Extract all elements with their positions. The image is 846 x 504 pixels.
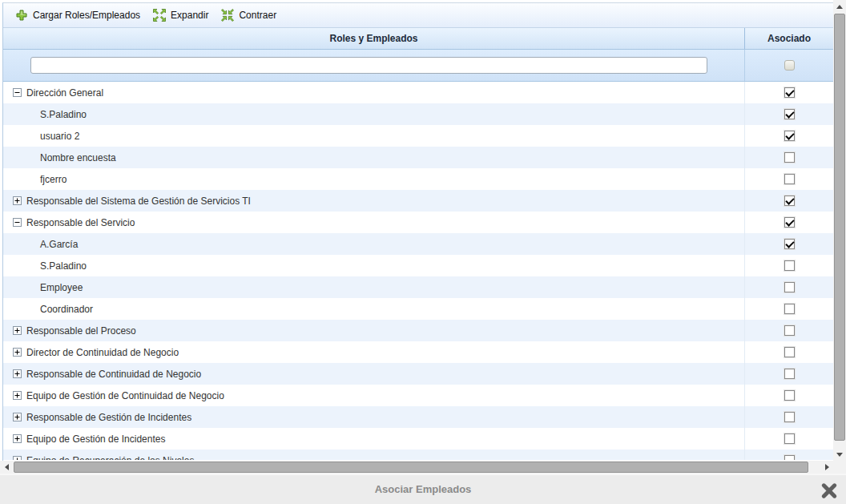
tree-cell: S.Paladino <box>3 255 745 276</box>
tree-row-role[interactable]: Responsable de Continuidad de Negocio <box>3 363 833 385</box>
tree-row-role[interactable]: Equipo de Gestión de Continuidad de Nego… <box>3 385 833 406</box>
tree-row-employee[interactable]: S.Paladino <box>3 103 833 125</box>
tree-cell: Responsable del Sistema de Gestión de Se… <box>3 190 745 212</box>
associated-cell <box>745 428 833 450</box>
expand-node-icon[interactable] <box>13 369 22 378</box>
tree-cell: Coordinador <box>3 298 745 320</box>
associated-checkbox[interactable] <box>784 369 795 379</box>
associated-checkbox[interactable] <box>784 239 795 249</box>
associated-checkbox[interactable] <box>784 109 795 119</box>
tree-row-role[interactable]: Director de Continuidad de Negocio <box>3 341 833 363</box>
select-all-checkbox <box>784 60 795 71</box>
associated-checkbox[interactable] <box>784 217 795 228</box>
expand-all-label: Expandir <box>171 10 208 21</box>
associate-employees-dialog: Cargar Roles/Empleados Expandir <box>0 0 846 504</box>
associated-checkbox[interactable] <box>784 152 795 163</box>
associated-checkbox[interactable] <box>784 325 795 336</box>
scroll-up-button[interactable] <box>833 0 846 13</box>
associated-cell <box>745 147 833 168</box>
arrows-out-icon <box>153 9 166 22</box>
horizontal-scrollbar-thumb[interactable] <box>14 462 808 473</box>
tree-row-role[interactable]: Responsable de Gestión de Incidentes <box>3 406 833 428</box>
row-label: Coordinador <box>40 304 93 315</box>
column-header-roles-empleados[interactable]: Roles y Empleados <box>3 28 745 49</box>
tree-row-role[interactable]: Equipo de Gestión de Incidentes <box>3 428 833 450</box>
expand-all-button[interactable]: Expandir <box>147 6 215 24</box>
associated-checkbox[interactable] <box>784 347 795 357</box>
up-arrow-icon <box>836 5 843 9</box>
expand-node-icon[interactable] <box>13 456 22 460</box>
tree-row-employee[interactable]: Employee <box>3 276 833 298</box>
collapse-all-button[interactable]: Contraer <box>215 6 283 24</box>
associated-cell <box>745 212 833 233</box>
tree-row-role[interactable]: Dirección General <box>3 82 833 103</box>
row-label: Director de Continuidad de Negocio <box>26 347 179 358</box>
collapse-node-icon[interactable] <box>13 218 22 227</box>
close-button[interactable] <box>821 482 837 498</box>
associated-checkbox[interactable] <box>784 455 795 460</box>
expand-node-icon[interactable] <box>13 391 22 400</box>
filter-input[interactable] <box>30 57 707 74</box>
associated-checkbox[interactable] <box>784 412 795 422</box>
left-arrow-icon <box>5 464 9 470</box>
toolbar: Cargar Roles/Empleados Expandir <box>3 3 833 28</box>
load-roles-employees-label: Cargar Roles/Empleados <box>33 10 140 21</box>
tree-row-role[interactable]: Responsable del Proceso <box>3 320 833 341</box>
scroll-right-button[interactable] <box>820 461 833 474</box>
scroll-left-button[interactable] <box>0 461 13 474</box>
associated-cell <box>745 406 833 428</box>
tree-row-role[interactable]: Equipo de Recuperación de los Niveles <box>3 450 833 460</box>
scroll-down-button[interactable] <box>833 448 846 461</box>
row-label: Equipo de Recuperación de los Niveles <box>26 455 194 461</box>
associated-cell <box>745 298 833 320</box>
associated-cell <box>745 276 833 298</box>
arrows-in-icon <box>221 9 234 22</box>
associated-checkbox[interactable] <box>784 174 795 184</box>
tree-row-employee[interactable]: S.Paladino <box>3 255 833 276</box>
row-label: S.Paladino <box>40 260 87 272</box>
associated-checkbox[interactable] <box>784 196 795 206</box>
dialog-content: Cargar Roles/Empleados Expandir <box>2 2 833 461</box>
horizontal-scrollbar[interactable] <box>0 461 833 474</box>
associated-cell <box>745 168 833 190</box>
expand-node-icon[interactable] <box>13 326 22 335</box>
tree-cell: Responsable de Continuidad de Negocio <box>3 363 745 385</box>
tree-row-employee[interactable]: A.García <box>3 233 833 255</box>
associated-checkbox[interactable] <box>784 390 795 401</box>
associated-cell <box>745 363 833 385</box>
collapse-node-icon[interactable] <box>13 88 22 97</box>
associated-checkbox[interactable] <box>784 87 795 98</box>
row-label: Responsable de Continuidad de Negocio <box>26 369 201 380</box>
tree-row-role[interactable]: Responsable del Servicio <box>3 212 833 233</box>
associated-cell <box>745 341 833 363</box>
associated-cell <box>745 190 833 212</box>
tree-row-employee[interactable]: Coordinador <box>3 298 833 320</box>
tree-row-employee[interactable]: usuario 2 <box>3 125 833 147</box>
associated-checkbox[interactable] <box>784 433 795 444</box>
load-roles-employees-button[interactable]: Cargar Roles/Empleados <box>9 6 147 24</box>
column-header-asociado[interactable]: Asociado <box>745 28 833 49</box>
tree-row-role[interactable]: Responsable del Sistema de Gestión de Se… <box>3 190 833 212</box>
associated-cell <box>745 450 833 460</box>
expand-node-icon[interactable] <box>13 196 22 205</box>
row-label: usuario 2 <box>40 131 79 142</box>
vertical-scrollbar-thumb[interactable] <box>834 14 845 441</box>
tree-cell: S.Paladino <box>3 103 745 125</box>
tree-cell: Responsable de Gestión de Incidentes <box>3 406 745 428</box>
expand-node-icon[interactable] <box>13 434 22 443</box>
associated-checkbox[interactable] <box>784 260 795 271</box>
associated-checkbox[interactable] <box>784 282 795 292</box>
expand-node-icon[interactable] <box>13 413 22 421</box>
row-label: Responsable del Sistema de Gestión de Se… <box>26 196 251 207</box>
associated-cell <box>745 385 833 406</box>
right-arrow-icon <box>825 464 829 470</box>
row-label: Dirección General <box>26 87 103 99</box>
collapse-all-label: Contraer <box>239 10 276 21</box>
vertical-scrollbar[interactable] <box>833 0 846 461</box>
expand-node-icon[interactable] <box>13 348 22 357</box>
associated-checkbox[interactable] <box>784 131 795 141</box>
tree-row-employee[interactable]: Nombre encuesta <box>3 147 833 168</box>
associated-checkbox[interactable] <box>784 304 795 314</box>
tree-row-employee[interactable]: fjcerro <box>3 168 833 190</box>
tree-cell: Equipo de Recuperación de los Niveles <box>3 450 745 460</box>
